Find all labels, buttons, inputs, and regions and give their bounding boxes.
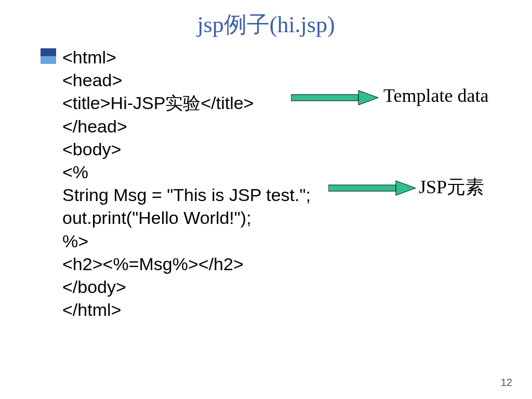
arrow-icon [291, 89, 379, 106]
arrow-icon [328, 180, 417, 196]
code-line: %> [62, 231, 88, 251]
slide: jsp例子(hi.jsp) <html> <head> <title>Hi-JS… [0, 0, 532, 399]
code-line: <head> [62, 70, 122, 90]
code-line: <% [62, 162, 88, 182]
slide-title: jsp例子(hi.jsp) [0, 9, 532, 40]
code-line: </body> [62, 277, 126, 297]
code-line: <h2><%=Msg%></h2> [62, 254, 244, 274]
code-line: </html> [62, 300, 121, 320]
svg-rect-2 [328, 185, 396, 191]
code-line: </head> [62, 116, 127, 136]
code-block: <html> <head> <title>Hi-JSP实验</title> </… [62, 46, 311, 321]
svg-marker-1 [358, 90, 378, 105]
bullet-icon [41, 48, 56, 64]
annotation-jsp-element: JSP元素 [419, 175, 484, 200]
code-line: <html> [62, 47, 116, 67]
annotation-template-data: Template data [383, 85, 488, 107]
page-number: 12 [501, 377, 512, 389]
code-line: <body> [62, 139, 121, 159]
svg-marker-3 [396, 181, 416, 195]
code-line: String Msg = "This is JSP test."; [62, 185, 311, 205]
svg-rect-0 [291, 95, 358, 101]
code-line: <title>Hi-JSP实验</title> [62, 93, 254, 113]
code-line: out.print("Hello World!"); [62, 208, 251, 228]
